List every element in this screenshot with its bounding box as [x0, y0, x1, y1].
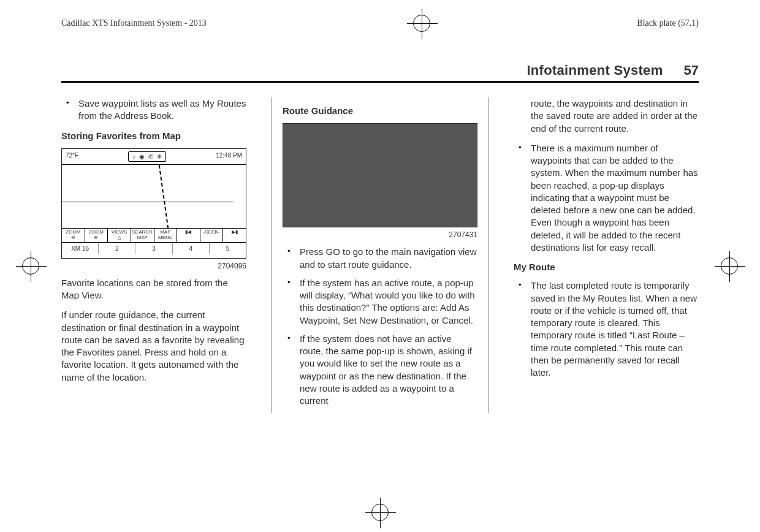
- doc-header-left: Cadillac XTS Infotainment System - 2013: [61, 18, 207, 28]
- weather-icon: ❄: [157, 153, 162, 161]
- search-map-button[interactable]: SEARCH MAP: [131, 229, 154, 242]
- heading-my-route: My Route: [514, 261, 699, 273]
- crop-mark-left: [22, 257, 39, 275]
- bullet-active-route: If the system has an active route, a pop…: [283, 277, 477, 327]
- map-road-2: [62, 202, 234, 202]
- crop-mark-top: [413, 15, 430, 32]
- map-road-1: [159, 165, 169, 229]
- heading-route-guidance: Route Guidance: [283, 105, 477, 117]
- bullet-save-waypoint: Save waypoint lists as well as My Routes…: [61, 97, 246, 123]
- next-track-button[interactable]: ▶▮: [223, 229, 246, 242]
- para-route-guidance-save: If under route guidance, the current des…: [61, 309, 246, 384]
- section-title: Infotainment System: [526, 63, 663, 78]
- preset-5[interactable]: 5: [210, 243, 246, 255]
- bullet-no-active-route: If the system does not have an active ro…: [283, 333, 477, 408]
- column-2: Route Guidance 2707431 Press GO to go to…: [271, 97, 489, 413]
- crop-mark-bottom: [371, 504, 389, 521]
- music-icon: ♪: [132, 153, 135, 161]
- bullet-max-waypoints: There is a maximum number of waypoints t…: [514, 142, 699, 254]
- figure-map: 72°F ♪ ◉ ✆ ❄ 12:48 PM ZOOM ⊖ ZOOM ⊕: [61, 148, 246, 259]
- map-status-icons: ♪ ◉ ✆ ❄: [128, 151, 166, 162]
- bullet-last-route: The last completed route is temporarily …: [514, 279, 699, 379]
- figure-route: [283, 123, 477, 227]
- figure-caption-route: 2707431: [283, 230, 477, 240]
- figure-caption-map: 2704096: [61, 261, 246, 271]
- phone-icon: ✆: [148, 153, 153, 161]
- seek-button[interactable]: -SEEK-: [200, 229, 224, 242]
- column-3: route, the waypoints and destination in …: [503, 97, 699, 413]
- compass-icon: ◉: [139, 153, 145, 161]
- crop-mark-right: [721, 257, 738, 275]
- para-route-continuation: route, the waypoints and destination in …: [514, 97, 699, 135]
- preset-xm[interactable]: XM 16: [62, 243, 99, 255]
- column-1: Save waypoint lists as well as My Routes…: [61, 97, 257, 413]
- page-number: 57: [684, 63, 699, 78]
- preset-4[interactable]: 4: [173, 243, 210, 255]
- zoom-in-button[interactable]: ZOOM ⊕: [85, 229, 108, 242]
- zoom-out-button[interactable]: ZOOM ⊖: [62, 229, 85, 242]
- bullet-press-go: Press GO to go to the main navigation vi…: [283, 246, 477, 271]
- para-favorite-locations: Favorite locations can be stored from th…: [61, 277, 246, 302]
- views-button[interactable]: VIEWS △: [108, 229, 131, 242]
- doc-header-right: Black plate (57,1): [637, 18, 699, 28]
- map-time: 12:48 PM: [216, 151, 242, 162]
- map-menu-button[interactable]: MAP MENU: [154, 229, 178, 242]
- preset-3[interactable]: 3: [135, 243, 172, 255]
- prev-track-button[interactable]: ▮◀: [177, 229, 200, 242]
- preset-2[interactable]: 2: [99, 243, 135, 255]
- heading-storing-favorites: Storing Favorites from Map: [61, 130, 246, 142]
- map-temp: 72°F: [66, 151, 78, 162]
